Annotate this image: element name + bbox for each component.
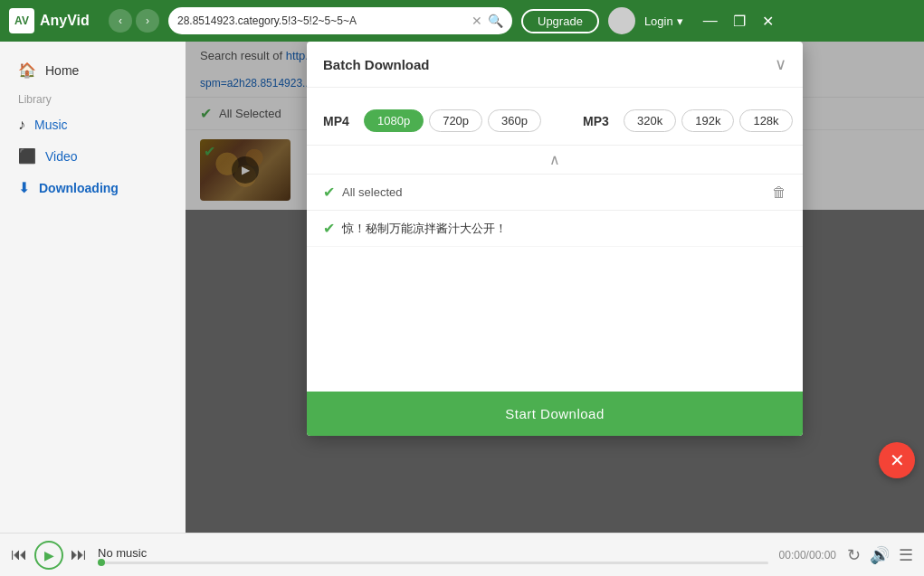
login-dropdown-icon: ▾: [677, 14, 683, 28]
sidebar-item-home[interactable]: 🏠 Home: [0, 54, 186, 86]
app-name: AnyVid: [40, 13, 90, 29]
time-display: 00:00/00:00: [779, 549, 836, 562]
app-logo-icon: AV: [9, 8, 34, 33]
minimize-button[interactable]: —: [700, 10, 721, 32]
sidebar: 🏠 Home Library ♪ Music ⬛ Video ⬇ Downloa…: [0, 42, 186, 533]
volume-button[interactable]: 🔊: [870, 545, 890, 565]
home-label: Home: [45, 63, 79, 78]
modal-list-header-left: ✔ All selected: [323, 184, 402, 201]
modal-item: ✔ 惊！秘制万能凉拌酱汁大公开！: [307, 211, 803, 247]
progress-bar[interactable]: [98, 562, 768, 564]
delete-icon[interactable]: 🗑: [772, 184, 786, 201]
back-button[interactable]: ‹: [109, 9, 132, 33]
progress-dot: [98, 559, 105, 566]
item-label: 惊！秘制万能凉拌酱汁大公开！: [342, 221, 507, 237]
downloading-label: Downloading: [39, 181, 119, 195]
modal-list-empty-space: [307, 247, 803, 392]
play-pause-button[interactable]: ▶: [34, 541, 63, 570]
quality-128k-button[interactable]: 128k: [739, 109, 792, 132]
download-icon: ⬇: [18, 179, 30, 196]
video-icon: ⬛: [18, 147, 36, 165]
search-value: 28.8514923.category.5!3~5!2~5~5~A: [177, 14, 466, 27]
modal-overlay: Batch Download ∨ MP4 1080p 720p 360p MP3…: [186, 42, 924, 533]
playlist-button[interactable]: ☰: [899, 545, 913, 565]
search-bar: 28.8514923.category.5!3~5!2~5~5~A ✕ 🔍: [168, 7, 512, 34]
modal-collapse-icon[interactable]: ∨: [775, 54, 786, 74]
main-layout: 🏠 Home Library ♪ Music ⬛ Video ⬇ Downloa…: [0, 42, 924, 533]
quality-720p-button[interactable]: 720p: [429, 109, 482, 132]
player-controls: ⏮ ▶ ⏭: [11, 541, 87, 570]
repeat-button[interactable]: ↻: [847, 545, 861, 565]
next-button[interactable]: ⏭: [71, 545, 87, 564]
search-clear-icon[interactable]: ✕: [472, 14, 482, 28]
window-controls: — ❐ ✕: [700, 10, 779, 32]
player-bar: ⏮ ▶ ⏭ No music 00:00/00:00 ↻ 🔊 ☰: [0, 533, 924, 576]
modal-footer: Start Download: [307, 392, 803, 436]
modal-header: Batch Download ∨: [307, 42, 803, 88]
content-area: Search result of http... spm=a2h28.85149…: [186, 42, 924, 533]
music-icon: ♪: [18, 117, 25, 133]
collapse-arrow[interactable]: ∧: [307, 146, 803, 175]
forward-button[interactable]: ›: [136, 9, 159, 33]
quality-360p-button[interactable]: 360p: [488, 109, 541, 132]
track-info: No music: [98, 546, 768, 564]
home-icon: 🏠: [18, 61, 36, 79]
quality-1080p-button[interactable]: 1080p: [364, 109, 424, 132]
search-icon[interactable]: 🔍: [488, 14, 503, 28]
track-name: No music: [98, 546, 768, 560]
mp4-label: MP4: [323, 114, 355, 128]
modal-list-header: ✔ All selected 🗑: [307, 175, 803, 211]
maximize-button[interactable]: ❐: [729, 10, 750, 32]
modal-title: Batch Download: [323, 57, 430, 72]
format-row: MP4 1080p 720p 360p MP3 320k 192k 128k: [323, 109, 786, 132]
avatar: [608, 7, 635, 34]
quality-320k-button[interactable]: 320k: [624, 109, 676, 132]
nav-arrows: ‹ ›: [109, 9, 159, 33]
music-label: Music: [34, 118, 68, 132]
player-right-controls: ↻ 🔊 ☰: [847, 545, 913, 565]
start-download-button[interactable]: Start Download: [307, 392, 803, 436]
mp3-label: MP3: [583, 114, 614, 128]
upgrade-button[interactable]: Upgrade: [521, 9, 599, 33]
modal-all-selected-label: All selected: [342, 185, 402, 199]
login-area[interactable]: Login ▾: [644, 14, 683, 28]
video-label: Video: [45, 149, 78, 164]
previous-button[interactable]: ⏮: [11, 545, 27, 564]
logo-area: AV AnyVid: [9, 8, 100, 33]
quality-192k-button[interactable]: 192k: [681, 109, 734, 132]
format-section: MP4 1080p 720p 360p MP3 320k 192k 128k: [307, 88, 803, 146]
chevron-up-icon: ∧: [549, 151, 560, 168]
floating-close-button[interactable]: ✕: [879, 442, 915, 478]
sidebar-item-video[interactable]: ⬛ Video: [0, 140, 186, 172]
modal-all-selected-check-icon: ✔: [323, 184, 335, 201]
login-label: Login: [644, 14, 673, 28]
title-bar: AV AnyVid ‹ › 28.8514923.category.5!3~5!…: [0, 0, 924, 42]
sidebar-item-downloading[interactable]: ⬇ Downloading: [0, 172, 186, 203]
batch-download-modal: Batch Download ∨ MP4 1080p 720p 360p MP3…: [307, 42, 803, 436]
item-check-icon: ✔: [323, 220, 335, 237]
close-button[interactable]: ✕: [757, 10, 779, 32]
sidebar-section-library: Library: [0, 86, 186, 109]
sidebar-item-music[interactable]: ♪ Music: [0, 109, 186, 140]
